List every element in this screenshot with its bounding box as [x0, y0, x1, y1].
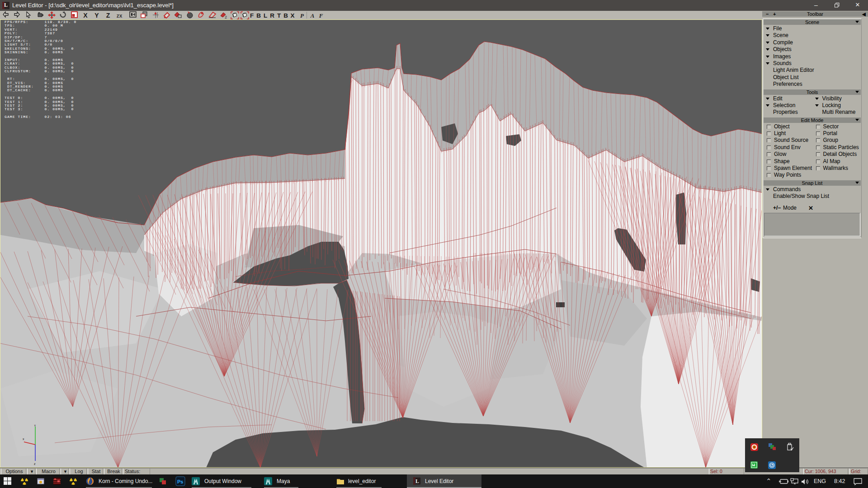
svg-text:Ps: Ps: [177, 479, 183, 484]
svg-text:2: 2: [225, 15, 227, 19]
svg-text:L: L: [415, 478, 419, 484]
